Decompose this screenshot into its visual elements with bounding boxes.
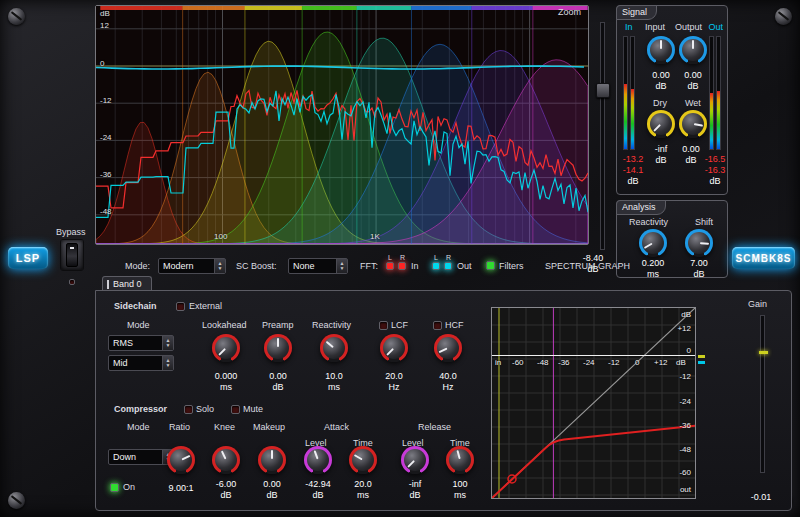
analysis-panel-title: Analysis [616, 200, 666, 215]
sc-reactivity-knob[interactable] [320, 334, 348, 362]
mode-select[interactable]: Modern ▲▼ [158, 258, 226, 274]
mute-checkbox[interactable] [231, 405, 240, 414]
combo-arrows-icon[interactable]: ▲▼ [336, 259, 347, 273]
spectrum-ytick: -36 [100, 170, 112, 179]
curve-h-axis-label: -24 [583, 358, 595, 367]
lcf-checkbox[interactable] [379, 321, 388, 330]
comp-mode-label: Mode [127, 422, 150, 433]
shift-knob[interactable] [685, 229, 713, 257]
sc-mode-select-value: RMS [109, 336, 162, 350]
comp-on-checkbox[interactable] [110, 483, 119, 492]
sc-reactivity-label: Reactivity [312, 320, 351, 331]
fft-out-label: Out [457, 261, 472, 272]
analysis-panel: Analysis Reactivity Shift 0.200ms 7.00dB [616, 200, 728, 278]
ratio-knob[interactable] [167, 446, 195, 474]
mode-label: Mode: [125, 261, 150, 272]
shift-value: 7.00dB [677, 258, 721, 280]
gain-curve-plot [492, 308, 695, 498]
sc-mode-select[interactable]: RMS ▲▼ [108, 335, 174, 351]
lcf-knob[interactable] [380, 334, 408, 362]
band-tab[interactable]: Band 0 [102, 276, 152, 291]
fft-out-l-checkbox[interactable] [432, 262, 440, 270]
fft-in-r-checkbox[interactable] [398, 262, 406, 270]
fft-in-l-checkbox[interactable] [386, 262, 394, 270]
shift-label: Shift [695, 217, 713, 228]
fft-in-label: In [411, 261, 419, 272]
zoom-slider-handle[interactable] [596, 83, 610, 98]
combo-arrows-icon[interactable]: ▲▼ [162, 336, 173, 350]
screw-icon [8, 492, 25, 509]
combo-arrows-icon[interactable]: ▲▼ [214, 259, 225, 273]
knee-knob[interactable] [212, 446, 240, 474]
lcf-label: LCF [391, 320, 408, 331]
external-label: External [189, 301, 222, 312]
dry-knob[interactable] [647, 110, 675, 138]
attack-level-value: -42.94dB [296, 479, 340, 501]
curve-v-axis-label: out [680, 485, 691, 494]
dry-value: -infdB [647, 144, 675, 166]
output-gain-knob[interactable] [679, 36, 707, 64]
input-gain-knob[interactable] [647, 36, 675, 64]
attack-time-knob[interactable] [349, 446, 377, 474]
curve-v-axis-label: 0 [687, 346, 691, 355]
analysis-reactivity-knob[interactable] [639, 229, 667, 257]
dry-level-marker-icon [698, 355, 705, 358]
gain-meter-mark-icon [759, 351, 768, 354]
gain-meter [760, 315, 765, 473]
lookahead-knob[interactable] [212, 334, 240, 362]
comp-mode-select[interactable]: Down ▲▼ [108, 449, 174, 465]
attack-time-value: 20.0ms [341, 479, 385, 501]
makeup-knob[interactable] [258, 446, 286, 474]
curve-v-axis-label: -12 [679, 372, 691, 381]
bypass-switch[interactable] [60, 239, 84, 271]
dry-label: Dry [653, 98, 667, 109]
wet-label: Wet [685, 98, 701, 109]
curve-v-axis-label: -60 [679, 468, 691, 477]
band-panel: Sidechain External Mode Lookahead Preamp… [95, 290, 792, 511]
attack-level-knob[interactable] [304, 446, 332, 474]
sc-boost-select[interactable]: None ▲▼ [288, 258, 348, 274]
lookahead-label: Lookahead [202, 320, 247, 331]
screw-icon [775, 8, 792, 25]
analysis-reactivity-value: 0.200ms [629, 258, 677, 280]
screw-icon [8, 8, 25, 25]
sc-source-select[interactable]: Mid ▲▼ [108, 355, 174, 371]
spectrum-ytick: 0 [100, 59, 104, 68]
sc-boost-label: SC Boost: [236, 261, 277, 272]
out-label: Out [708, 22, 723, 33]
curve-h-axis-label: in [495, 358, 501, 367]
solo-label: Solo [196, 404, 214, 415]
combo-arrows-icon[interactable]: ▲▼ [162, 356, 173, 370]
gain-meter-value: -0.01 [736, 492, 786, 503]
lcf-value: 20.0Hz [372, 371, 416, 393]
attack-label: Attack [324, 422, 349, 433]
sc-source-select-value: Mid [109, 356, 162, 370]
spectrum-xtick: 1K [370, 232, 380, 241]
release-level-knob[interactable] [401, 446, 429, 474]
curve-h-axis-label: +12 [654, 358, 668, 367]
zoom-slider[interactable] [600, 22, 605, 250]
lsp-logo[interactable]: LSP [8, 247, 48, 269]
solo-checkbox[interactable] [184, 405, 193, 414]
spectrum-ytick: -48 [100, 207, 112, 216]
hcf-knob[interactable] [434, 334, 462, 362]
external-checkbox[interactable] [176, 302, 185, 311]
spectrum-graph[interactable]: dB 12 0 -12 -24 -36 -48 100 1K [95, 5, 589, 245]
output-label: Output [675, 22, 702, 33]
spectrum-ytick: 12 [100, 21, 109, 30]
filters-checkbox[interactable] [486, 261, 495, 270]
wet-level-marker-icon [698, 361, 705, 364]
preamp-knob[interactable] [264, 334, 292, 362]
hcf-checkbox[interactable] [433, 321, 442, 330]
compressor-title: Compressor [114, 404, 167, 415]
release-time-knob[interactable] [446, 446, 474, 474]
spectrum-ytick: -24 [100, 133, 112, 142]
in-label: In [625, 22, 633, 33]
input-meter-readout: -13.2 -14.1 dB [619, 154, 647, 187]
spectrum-ytick: -12 [100, 96, 112, 105]
makeup-label: Makeup [253, 422, 285, 433]
fft-out-r-checkbox[interactable] [444, 262, 452, 270]
curve-v-axis-label: -48 [679, 445, 691, 454]
wet-knob[interactable] [679, 110, 707, 138]
spectrum-xtick: 100 [214, 232, 227, 241]
